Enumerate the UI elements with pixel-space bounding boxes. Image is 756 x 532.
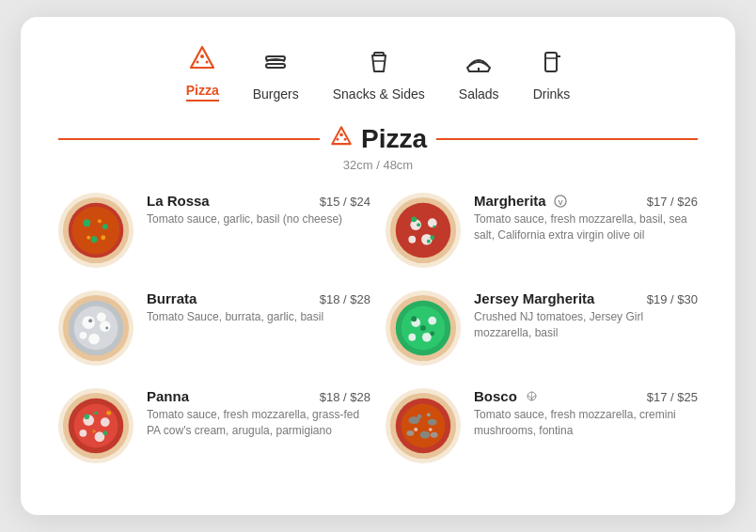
svg-point-35 xyxy=(430,235,434,240)
svg-point-55 xyxy=(411,316,417,321)
svg-point-20 xyxy=(102,224,108,229)
svg-point-3 xyxy=(206,61,209,64)
svg-point-22 xyxy=(101,235,105,240)
margherita-name: Margherita V xyxy=(474,193,567,209)
menu-item-burrata: Burrata $18 / $28 Tomato Sauce, burrata,… xyxy=(58,290,370,366)
svg-point-41 xyxy=(82,316,95,329)
svg-point-62 xyxy=(101,417,110,427)
svg-point-52 xyxy=(428,317,436,325)
svg-point-1 xyxy=(200,55,204,58)
burrata-image xyxy=(58,290,134,366)
svg-point-21 xyxy=(91,236,98,243)
snacks-nav-label: Snacks & Sides xyxy=(333,86,425,102)
menu-card: Pizza Burgers Snacks & Sides xyxy=(21,17,735,515)
panna-price: $18 / $28 xyxy=(320,390,370,404)
la-rossa-image xyxy=(58,193,134,268)
section-header: Pizza xyxy=(58,124,698,154)
svg-point-43 xyxy=(88,334,100,345)
svg-point-53 xyxy=(422,333,432,342)
la-rossa-name: La Rossa xyxy=(147,193,210,209)
panna-info: Panna $18 / $28 Tomato sauce, fresh mozz… xyxy=(147,388,370,440)
salads-nav-icon xyxy=(464,47,494,81)
menu-item-la-rossa: La Rossa $15 / $24 Tomato sauce, garlic,… xyxy=(58,193,370,268)
svg-point-67 xyxy=(94,411,98,415)
jersey-margherita-name: Jersey Margherita xyxy=(474,290,594,306)
la-rossa-info: La Rossa $15 / $24 Tomato sauce, garlic,… xyxy=(147,193,370,227)
bosco-price: $17 / $25 xyxy=(647,390,698,404)
bosco-name: Bosco xyxy=(474,388,538,404)
drinks-nav-icon xyxy=(536,47,566,81)
svg-point-60 xyxy=(74,404,118,448)
nav-item-snacks[interactable]: Snacks & Sides xyxy=(333,47,425,102)
svg-point-72 xyxy=(402,404,446,448)
svg-point-23 xyxy=(87,236,90,240)
svg-point-28 xyxy=(428,218,437,227)
pizza-nav-icon xyxy=(187,43,217,77)
category-nav: Pizza Burgers Snacks & Sides xyxy=(58,43,698,102)
svg-point-64 xyxy=(79,430,87,437)
la-rossa-price: $15 / $24 xyxy=(320,195,370,209)
pizza-nav-label: Pizza xyxy=(186,83,219,102)
svg-point-13 xyxy=(339,133,343,137)
svg-point-26 xyxy=(396,203,451,258)
bosco-info: Bosco $17 / $25 Tomato sauce, fresh mozz… xyxy=(474,388,698,440)
svg-rect-5 xyxy=(266,64,285,68)
svg-point-77 xyxy=(431,432,438,438)
burgers-nav-icon xyxy=(260,47,291,81)
svg-point-56 xyxy=(430,331,434,336)
svg-point-44 xyxy=(79,332,87,339)
svg-point-80 xyxy=(414,428,417,431)
svg-point-54 xyxy=(408,334,416,341)
bosco-desc: Tomato sauce, fresh mozzarella, cremini … xyxy=(474,407,698,440)
section-subtitle: 32cm / 48cm xyxy=(58,158,698,172)
salads-nav-label: Salads xyxy=(459,86,499,102)
svg-point-81 xyxy=(429,428,433,431)
panna-name: Panna xyxy=(147,388,189,404)
svg-point-2 xyxy=(197,61,199,64)
jersey-margherita-desc: Crushed NJ tomatoes, Jersey Girl mozzare… xyxy=(474,309,698,342)
svg-point-18 xyxy=(72,207,120,255)
drinks-nav-label: Drinks xyxy=(533,86,571,102)
snacks-nav-icon xyxy=(364,47,394,81)
margherita-info: Margherita V $17 / $26 Tomato sauce, fre… xyxy=(474,193,698,244)
la-rossa-desc: Tomato sauce, garlic, basil (no cheese) xyxy=(147,211,370,227)
nav-item-burgers[interactable]: Burgers xyxy=(253,47,299,102)
nav-item-pizza[interactable]: Pizza xyxy=(186,43,219,102)
menu-item-margherita: Margherita V $17 / $26 Tomato sauce, fre… xyxy=(386,193,698,268)
menu-item-jersey-margherita: Jersey Margherita $19 / $30 Crushed NJ t… xyxy=(386,290,698,366)
burrata-price: $18 / $28 xyxy=(320,292,370,306)
menu-item-panna: Panna $18 / $28 Tomato sauce, fresh mozz… xyxy=(58,388,370,463)
jersey-margherita-image xyxy=(386,290,461,366)
bosco-image xyxy=(386,388,461,463)
svg-point-66 xyxy=(102,430,107,435)
svg-point-42 xyxy=(100,321,111,332)
svg-point-76 xyxy=(406,430,414,436)
jersey-margherita-info: Jersey Margherita $19 / $30 Crushed NJ t… xyxy=(474,290,698,342)
menu-grid: La Rossa $15 / $24 Tomato sauce, garlic,… xyxy=(58,193,698,463)
svg-point-30 xyxy=(408,236,416,243)
svg-point-69 xyxy=(92,430,96,433)
svg-point-14 xyxy=(337,138,339,141)
svg-point-29 xyxy=(421,234,433,245)
svg-point-78 xyxy=(417,415,422,419)
svg-rect-9 xyxy=(545,53,557,71)
svg-point-46 xyxy=(88,319,92,322)
panna-desc: Tomato sauce, fresh mozzarella, grass-fe… xyxy=(147,407,370,440)
svg-point-79 xyxy=(427,413,431,416)
svg-point-33 xyxy=(427,240,431,243)
margherita-image xyxy=(386,193,461,268)
svg-point-24 xyxy=(98,219,102,223)
panna-image xyxy=(58,388,134,463)
menu-item-bosco: Bosco $17 / $25 Tomato sauce, fresh mozz… xyxy=(386,388,698,463)
burrata-name: Burrata xyxy=(147,290,197,306)
svg-point-15 xyxy=(344,138,347,141)
svg-point-31 xyxy=(417,223,420,227)
svg-point-47 xyxy=(105,327,108,330)
svg-point-65 xyxy=(84,414,89,419)
margherita-desc: Tomato sauce, fresh mozzarella, basil, s… xyxy=(474,211,698,244)
svg-point-75 xyxy=(420,431,431,439)
nav-item-drinks[interactable]: Drinks xyxy=(533,47,571,102)
nav-item-salads[interactable]: Salads xyxy=(459,47,499,102)
section-title: Pizza xyxy=(329,124,427,154)
jersey-margherita-price: $19 / $30 xyxy=(647,292,698,306)
